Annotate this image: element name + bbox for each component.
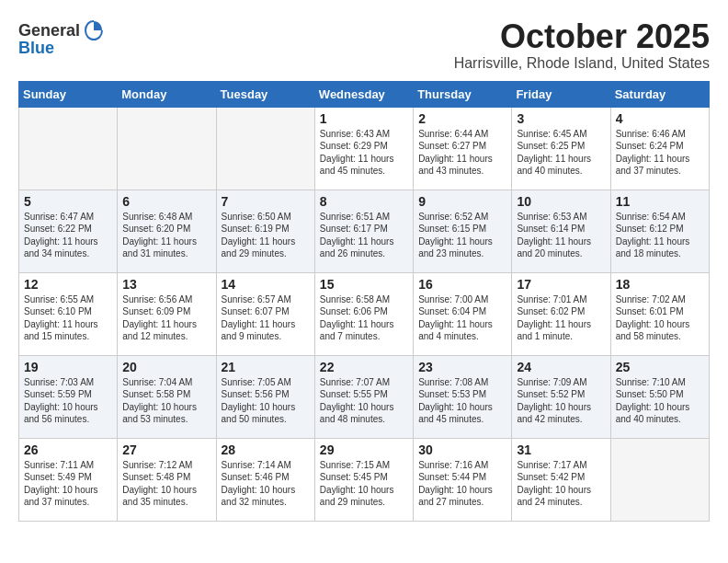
day-info: Sunrise: 7:17 AM Sunset: 5:42 PM Dayligh… bbox=[517, 459, 605, 509]
weekday-header-wednesday: Wednesday bbox=[314, 81, 413, 107]
calendar-cell: 11Sunrise: 6:54 AM Sunset: 6:12 PM Dayli… bbox=[610, 190, 709, 272]
day-number: 20 bbox=[122, 360, 210, 374]
calendar-cell: 12Sunrise: 6:55 AM Sunset: 6:10 PM Dayli… bbox=[19, 272, 118, 355]
logo-icon bbox=[82, 18, 106, 42]
calendar-cell: 15Sunrise: 6:58 AM Sunset: 6:06 PM Dayli… bbox=[314, 272, 413, 355]
day-info: Sunrise: 6:47 AM Sunset: 6:22 PM Dayligh… bbox=[24, 211, 112, 260]
day-number: 21 bbox=[222, 360, 310, 374]
calendar-cell: 13Sunrise: 6:56 AM Sunset: 6:09 PM Dayli… bbox=[118, 272, 216, 355]
day-info: Sunrise: 6:50 AM Sunset: 6:19 PM Dayligh… bbox=[222, 211, 310, 260]
day-number: 10 bbox=[517, 194, 605, 209]
calendar-cell bbox=[118, 107, 216, 190]
day-info: Sunrise: 6:57 AM Sunset: 6:07 PM Dayligh… bbox=[222, 293, 310, 343]
day-info: Sunrise: 7:05 AM Sunset: 5:56 PM Dayligh… bbox=[222, 376, 310, 426]
day-number: 31 bbox=[517, 442, 605, 457]
day-info: Sunrise: 7:09 AM Sunset: 5:52 PM Dayligh… bbox=[517, 376, 605, 426]
calendar-table: SundayMondayTuesdayWednesdayThursdayFrid… bbox=[18, 81, 710, 522]
day-info: Sunrise: 6:53 AM Sunset: 6:14 PM Dayligh… bbox=[517, 211, 605, 260]
title-section: October 2025 Harrisville, Rhode Island, … bbox=[454, 18, 710, 72]
day-number: 26 bbox=[24, 442, 112, 457]
day-info: Sunrise: 6:45 AM Sunset: 6:25 PM Dayligh… bbox=[517, 128, 605, 178]
calendar-cell: 2Sunrise: 6:44 AM Sunset: 6:27 PM Daylig… bbox=[414, 107, 512, 190]
week-row-5: 26Sunrise: 7:11 AM Sunset: 5:49 PM Dayli… bbox=[19, 438, 710, 521]
calendar-cell: 7Sunrise: 6:50 AM Sunset: 6:19 PM Daylig… bbox=[216, 190, 314, 272]
day-number: 23 bbox=[418, 360, 506, 374]
day-info: Sunrise: 7:08 AM Sunset: 5:53 PM Dayligh… bbox=[418, 376, 506, 426]
day-number: 30 bbox=[418, 442, 506, 457]
calendar-cell: 24Sunrise: 7:09 AM Sunset: 5:52 PM Dayli… bbox=[512, 355, 610, 438]
day-number: 8 bbox=[320, 194, 408, 209]
logo-blue-text: Blue bbox=[18, 39, 54, 58]
week-row-1: 1Sunrise: 6:43 AM Sunset: 6:29 PM Daylig… bbox=[19, 107, 710, 190]
calendar-cell: 27Sunrise: 7:12 AM Sunset: 5:48 PM Dayli… bbox=[118, 438, 216, 521]
day-info: Sunrise: 6:55 AM Sunset: 6:10 PM Dayligh… bbox=[24, 293, 112, 343]
calendar-cell bbox=[610, 438, 709, 521]
logo: General Blue bbox=[18, 18, 106, 58]
day-info: Sunrise: 7:04 AM Sunset: 5:58 PM Dayligh… bbox=[122, 376, 210, 426]
calendar-cell: 28Sunrise: 7:14 AM Sunset: 5:46 PM Dayli… bbox=[216, 438, 314, 521]
calendar-cell bbox=[216, 107, 314, 190]
calendar-cell: 14Sunrise: 6:57 AM Sunset: 6:07 PM Dayli… bbox=[216, 272, 314, 355]
location-subtitle: Harrisville, Rhode Island, United States bbox=[454, 55, 710, 72]
calendar-cell: 22Sunrise: 7:07 AM Sunset: 5:55 PM Dayli… bbox=[314, 355, 413, 438]
day-info: Sunrise: 6:46 AM Sunset: 6:24 PM Dayligh… bbox=[616, 128, 704, 178]
day-info: Sunrise: 7:15 AM Sunset: 5:45 PM Dayligh… bbox=[320, 459, 408, 509]
week-row-4: 19Sunrise: 7:03 AM Sunset: 5:59 PM Dayli… bbox=[19, 355, 710, 438]
calendar-cell: 26Sunrise: 7:11 AM Sunset: 5:49 PM Dayli… bbox=[19, 438, 118, 521]
day-info: Sunrise: 7:14 AM Sunset: 5:46 PM Dayligh… bbox=[222, 459, 310, 509]
weekday-header-thursday: Thursday bbox=[414, 81, 512, 107]
calendar-cell: 6Sunrise: 6:48 AM Sunset: 6:20 PM Daylig… bbox=[118, 190, 216, 272]
week-row-2: 5Sunrise: 6:47 AM Sunset: 6:22 PM Daylig… bbox=[19, 190, 710, 272]
day-number: 25 bbox=[616, 360, 704, 374]
calendar-cell: 17Sunrise: 7:01 AM Sunset: 6:02 PM Dayli… bbox=[512, 272, 610, 355]
day-number: 2 bbox=[418, 111, 506, 126]
day-info: Sunrise: 7:16 AM Sunset: 5:44 PM Dayligh… bbox=[418, 459, 506, 509]
day-info: Sunrise: 7:01 AM Sunset: 6:02 PM Dayligh… bbox=[517, 293, 605, 343]
day-number: 13 bbox=[122, 277, 210, 292]
day-info: Sunrise: 7:03 AM Sunset: 5:59 PM Dayligh… bbox=[24, 376, 112, 426]
day-info: Sunrise: 6:54 AM Sunset: 6:12 PM Dayligh… bbox=[616, 211, 704, 260]
weekday-header-sunday: Sunday bbox=[19, 81, 118, 107]
calendar-cell: 23Sunrise: 7:08 AM Sunset: 5:53 PM Dayli… bbox=[414, 355, 512, 438]
day-number: 3 bbox=[517, 111, 605, 126]
day-info: Sunrise: 7:12 AM Sunset: 5:48 PM Dayligh… bbox=[122, 459, 210, 509]
calendar-cell: 31Sunrise: 7:17 AM Sunset: 5:42 PM Dayli… bbox=[512, 438, 610, 521]
day-info: Sunrise: 7:00 AM Sunset: 6:04 PM Dayligh… bbox=[418, 293, 506, 343]
calendar-cell: 20Sunrise: 7:04 AM Sunset: 5:58 PM Dayli… bbox=[118, 355, 216, 438]
day-info: Sunrise: 6:44 AM Sunset: 6:27 PM Dayligh… bbox=[418, 128, 506, 178]
day-number: 14 bbox=[222, 277, 310, 292]
day-number: 18 bbox=[616, 277, 704, 292]
day-info: Sunrise: 6:58 AM Sunset: 6:06 PM Dayligh… bbox=[320, 293, 408, 343]
calendar-cell: 29Sunrise: 7:15 AM Sunset: 5:45 PM Dayli… bbox=[314, 438, 413, 521]
calendar-cell: 25Sunrise: 7:10 AM Sunset: 5:50 PM Dayli… bbox=[610, 355, 709, 438]
day-info: Sunrise: 6:56 AM Sunset: 6:09 PM Dayligh… bbox=[122, 293, 210, 343]
page-header: General Blue October 2025 Harrisville, R… bbox=[18, 18, 710, 72]
day-number: 24 bbox=[517, 360, 605, 374]
calendar-cell: 5Sunrise: 6:47 AM Sunset: 6:22 PM Daylig… bbox=[19, 190, 118, 272]
day-number: 6 bbox=[122, 194, 210, 209]
calendar-cell: 18Sunrise: 7:02 AM Sunset: 6:01 PM Dayli… bbox=[610, 272, 709, 355]
day-info: Sunrise: 6:52 AM Sunset: 6:15 PM Dayligh… bbox=[418, 211, 506, 260]
calendar-cell: 4Sunrise: 6:46 AM Sunset: 6:24 PM Daylig… bbox=[610, 107, 709, 190]
calendar-cell: 10Sunrise: 6:53 AM Sunset: 6:14 PM Dayli… bbox=[512, 190, 610, 272]
logo-general-text: General bbox=[18, 21, 80, 40]
weekday-header-monday: Monday bbox=[118, 81, 216, 107]
calendar-cell: 19Sunrise: 7:03 AM Sunset: 5:59 PM Dayli… bbox=[19, 355, 118, 438]
calendar-cell: 21Sunrise: 7:05 AM Sunset: 5:56 PM Dayli… bbox=[216, 355, 314, 438]
weekday-header-row: SundayMondayTuesdayWednesdayThursdayFrid… bbox=[19, 81, 710, 107]
month-title: October 2025 bbox=[454, 18, 710, 55]
day-info: Sunrise: 6:48 AM Sunset: 6:20 PM Dayligh… bbox=[122, 211, 210, 260]
calendar-cell: 1Sunrise: 6:43 AM Sunset: 6:29 PM Daylig… bbox=[314, 107, 413, 190]
day-number: 29 bbox=[320, 442, 408, 457]
day-number: 11 bbox=[616, 194, 704, 209]
weekday-header-friday: Friday bbox=[512, 81, 610, 107]
day-number: 16 bbox=[418, 277, 506, 292]
day-number: 15 bbox=[320, 277, 408, 292]
day-number: 28 bbox=[222, 442, 310, 457]
day-number: 22 bbox=[320, 360, 408, 374]
day-number: 19 bbox=[24, 360, 112, 374]
weekday-header-saturday: Saturday bbox=[610, 81, 709, 107]
day-number: 7 bbox=[222, 194, 310, 209]
calendar-cell: 8Sunrise: 6:51 AM Sunset: 6:17 PM Daylig… bbox=[314, 190, 413, 272]
day-number: 27 bbox=[122, 442, 210, 457]
